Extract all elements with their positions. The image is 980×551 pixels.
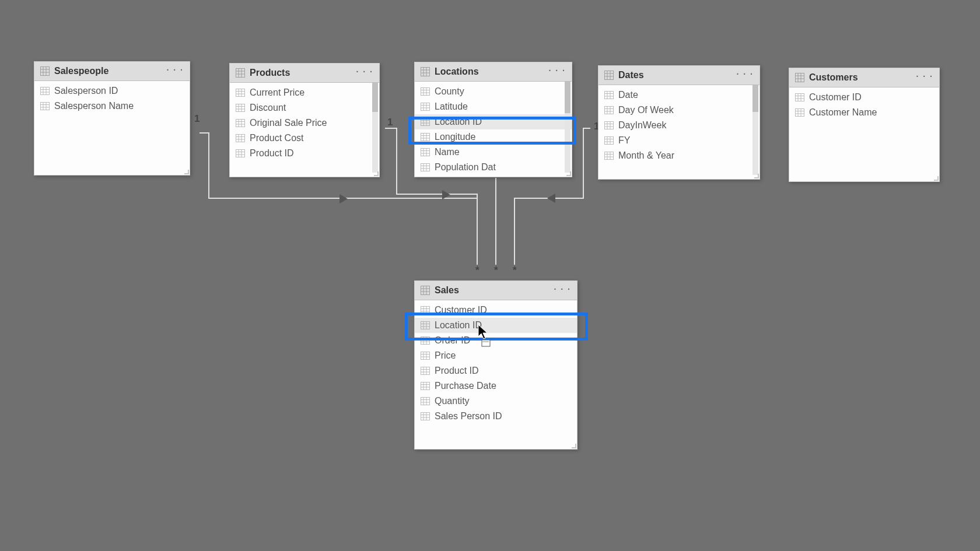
field-row[interactable]: Order ID	[415, 333, 577, 348]
table-icon	[421, 67, 430, 76]
table-locations[interactable]: Locations · · · County Latitude Location…	[414, 62, 572, 177]
field-label: FY	[618, 135, 630, 146]
field-icon	[604, 152, 614, 160]
field-row[interactable]: Latitude	[415, 99, 572, 114]
field-row[interactable]: County	[415, 84, 572, 99]
field-label: Day Of Week	[618, 105, 674, 115]
table-header-locations[interactable]: Locations · · ·	[415, 62, 572, 82]
field-label: Customer ID	[809, 92, 862, 103]
resize-grip[interactable]	[753, 173, 759, 178]
field-row[interactable]: Original Sale Price	[230, 115, 379, 131]
more-icon[interactable]: · · ·	[554, 285, 571, 294]
cardinality-many-1: *	[475, 265, 480, 276]
field-row[interactable]: Discount	[230, 100, 379, 115]
resize-grip[interactable]	[933, 175, 939, 181]
field-row[interactable]: FY	[598, 133, 760, 148]
resize-grip[interactable]	[373, 170, 379, 176]
field-row-location-id[interactable]: Location ID	[415, 114, 572, 129]
field-label: Latitude	[435, 101, 468, 112]
field-icon	[236, 104, 245, 112]
field-label: Price	[435, 350, 456, 361]
field-icon	[236, 119, 245, 127]
field-list: Current Price Discount Original Sale Pri…	[230, 83, 379, 176]
field-row[interactable]: Month & Year	[598, 148, 760, 163]
field-icon	[421, 163, 430, 171]
table-header-sales[interactable]: Sales · · ·	[415, 281, 577, 300]
table-customers[interactable]: Customers · · · Customer ID Customer Nam…	[789, 68, 940, 182]
field-label: Month & Year	[618, 150, 674, 161]
field-row[interactable]: Customer Name	[789, 105, 939, 120]
more-icon[interactable]: · · ·	[167, 65, 184, 75]
table-sales[interactable]: Sales · · · Customer ID Location ID Orde…	[414, 280, 578, 450]
field-row[interactable]: Customer ID	[789, 90, 939, 105]
svg-marker-12	[547, 194, 555, 203]
field-row[interactable]: Product Cost	[230, 131, 379, 146]
resize-grip[interactable]	[565, 170, 571, 176]
field-row[interactable]: Product ID	[230, 146, 379, 161]
field-icon	[421, 321, 430, 329]
field-list: County Latitude Location ID Longitude Na…	[415, 82, 572, 176]
field-label: Sales Person ID	[435, 411, 502, 422]
field-label: Name	[435, 147, 460, 157]
cardinality-many-3: *	[513, 265, 517, 276]
svg-marker-11	[442, 190, 450, 199]
table-header-customers[interactable]: Customers · · ·	[789, 68, 939, 87]
field-label: Current Price	[250, 87, 304, 98]
field-list: Customer ID Location ID Order ID Price P…	[415, 300, 577, 448]
more-icon[interactable]: · · ·	[549, 66, 566, 75]
resize-grip[interactable]	[183, 169, 189, 174]
table-dates[interactable]: Dates · · · Date Day Of Week DayInWeek F…	[598, 65, 760, 180]
field-row[interactable]: Purchase Date	[415, 378, 577, 394]
field-icon	[421, 148, 430, 156]
field-row[interactable]: Quantity	[415, 394, 577, 409]
table-products[interactable]: Products · · · Current Price Discount Or…	[229, 63, 380, 177]
field-row[interactable]: Sales Person ID	[415, 409, 577, 424]
field-row-location-id[interactable]: Location ID	[415, 318, 577, 333]
field-icon	[421, 397, 430, 405]
field-row[interactable]: Day Of Week	[598, 103, 760, 118]
field-icon	[40, 87, 50, 95]
field-icon	[795, 108, 804, 117]
field-label: Product Cost	[250, 133, 303, 143]
field-row[interactable]: Population Dat	[415, 160, 572, 175]
resize-grip[interactable]	[570, 443, 576, 448]
table-header-salespeople[interactable]: Salespeople · · ·	[34, 62, 190, 81]
field-row[interactable]: Date	[598, 87, 760, 103]
scrollbar[interactable]	[752, 85, 758, 175]
more-icon[interactable]: · · ·	[916, 72, 933, 81]
field-icon	[421, 412, 430, 420]
field-label: Product ID	[250, 148, 294, 159]
field-icon	[421, 367, 430, 375]
field-icon	[421, 87, 430, 96]
field-row[interactable]: Current Price	[230, 85, 379, 100]
field-row[interactable]: Product ID	[415, 363, 577, 378]
field-row[interactable]: Customer ID	[415, 303, 577, 318]
scrollbar[interactable]	[565, 82, 570, 173]
table-header-dates[interactable]: Dates · · ·	[598, 66, 760, 85]
table-header-products[interactable]: Products · · ·	[230, 64, 379, 83]
field-row[interactable]: Name	[415, 145, 572, 160]
table-title: Sales	[435, 285, 459, 296]
table-title: Salespeople	[54, 66, 108, 76]
field-label: Customer Name	[809, 107, 877, 118]
field-label: County	[435, 86, 464, 97]
field-row[interactable]: Salesperson Name	[34, 99, 190, 114]
more-icon[interactable]: · · ·	[356, 67, 373, 76]
field-row[interactable]: Price	[415, 348, 577, 363]
field-icon	[604, 136, 614, 145]
field-label: Location ID	[435, 320, 482, 331]
scrollbar[interactable]	[372, 83, 378, 173]
svg-marker-10	[340, 194, 348, 203]
field-row[interactable]: DayInWeek	[598, 118, 760, 133]
field-icon	[236, 149, 245, 157]
field-label: Longitude	[435, 132, 475, 142]
field-label: Discount	[250, 103, 286, 113]
field-row[interactable]: Longitude	[415, 129, 572, 145]
more-icon[interactable]: · · ·	[737, 69, 754, 79]
field-row[interactable]: Salesperson ID	[34, 83, 190, 99]
table-title: Locations	[435, 66, 479, 77]
table-title: Products	[250, 68, 290, 78]
table-salespeople[interactable]: Salespeople · · · Salesperson ID Salespe…	[34, 61, 190, 176]
field-icon	[604, 121, 614, 129]
field-label: Purchase Date	[435, 381, 496, 391]
